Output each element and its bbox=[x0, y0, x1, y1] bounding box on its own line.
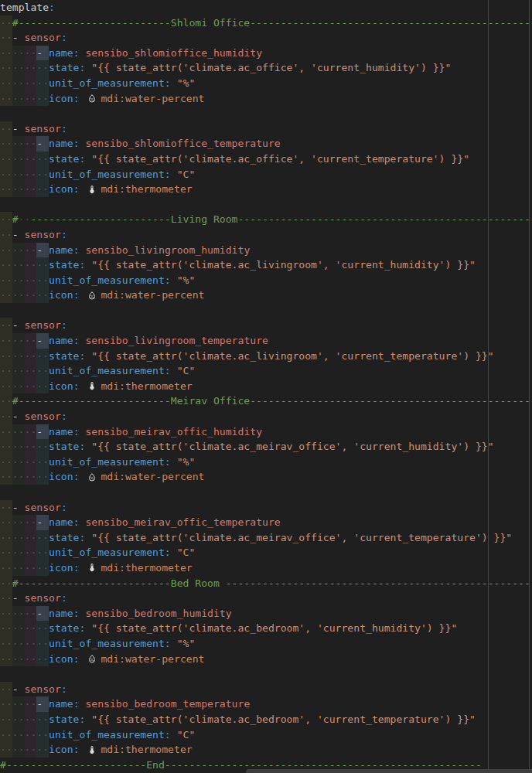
token-colon: : bbox=[73, 138, 80, 149]
token-colon: : bbox=[73, 380, 80, 392]
token-str: "%" bbox=[177, 274, 196, 286]
token-ws: ·· bbox=[0, 17, 12, 29]
token-key: icon bbox=[49, 653, 73, 665]
code-line[interactable]: ··#-------------------------Meirav Offic… bbox=[0, 393, 532, 409]
token-ws: ·· bbox=[0, 577, 12, 589]
code-line-text: ········icon: mdi:water-percent bbox=[0, 652, 532, 667]
code-line[interactable]: ··#-------------------------Bed Room ---… bbox=[0, 576, 532, 591]
token-ws: ·· bbox=[0, 229, 12, 240]
code-line[interactable]: ········unit_of_measurement: "C" bbox=[0, 545, 532, 560]
code-line[interactable]: ··- sensor: bbox=[0, 30, 532, 46]
code-line[interactable]: ··#-------------------------Shlomi Offic… bbox=[0, 15, 532, 31]
token-sp bbox=[171, 77, 177, 89]
code-line[interactable] bbox=[0, 666, 532, 682]
token-colon: : bbox=[61, 319, 67, 331]
code-line[interactable]: ········state: "{{ state_attr('climate.a… bbox=[0, 152, 532, 167]
token-key: icon bbox=[49, 562, 73, 574]
token-val: sensibo_livingroom_humidity bbox=[85, 244, 250, 256]
code-line[interactable] bbox=[0, 303, 532, 318]
code-line-text: template: bbox=[0, 0, 532, 15]
code-line[interactable] bbox=[0, 106, 532, 121]
code-line[interactable]: ········icon: mdi:water-percent bbox=[0, 91, 532, 107]
token-ws: ······ bbox=[0, 426, 36, 438]
token-mdi: mdi:thermometer bbox=[101, 380, 192, 392]
token-str: "C" bbox=[177, 365, 196, 376]
code-line[interactable]: ··- sensor: bbox=[0, 682, 532, 697]
code-line[interactable]: ··- sensor: bbox=[0, 591, 532, 606]
token-ws: ········ bbox=[0, 713, 49, 725]
code-line[interactable]: ········icon: mdi:water-percent bbox=[0, 469, 532, 485]
code-line[interactable]: ··- sensor: bbox=[0, 500, 532, 516]
token-sp bbox=[171, 729, 177, 741]
code-line[interactable]: ··- sensor: bbox=[0, 227, 532, 243]
code-line[interactable]: ··- sensor: bbox=[0, 318, 532, 333]
code-line[interactable]: ········unit_of_measurement: "%" bbox=[0, 76, 532, 91]
code-line[interactable]: ········state: "{{ state_attr('climate.a… bbox=[0, 60, 532, 76]
code-line[interactable]: ··- sensor: bbox=[0, 409, 532, 424]
code-line[interactable]: ········state: "{{ state_attr('climate.a… bbox=[0, 530, 532, 546]
code-line[interactable]: ········unit_of_measurement: "C" bbox=[0, 727, 532, 743]
token-colon: : bbox=[165, 638, 171, 649]
token-str: "{{ state_attr('climate.ac_meirav_office… bbox=[91, 441, 493, 452]
code-line[interactable]: ········unit_of_measurement: "C" bbox=[0, 363, 532, 379]
code-line[interactable]: ········icon: mdi:thermometer bbox=[0, 182, 532, 197]
code-line[interactable]: ··#··-----------------------Living Room-… bbox=[0, 212, 532, 227]
code-line[interactable]: ········state: "{{ state_attr('climate.a… bbox=[0, 712, 532, 727]
code-line[interactable]: ······- name: sensibo_shlomioffice_humid… bbox=[0, 46, 532, 61]
code-line[interactable] bbox=[0, 197, 532, 213]
token-key: name bbox=[49, 698, 73, 710]
token-ws: ·· bbox=[0, 213, 12, 225]
token-dash: - bbox=[12, 32, 25, 43]
code-line[interactable]: ········state: "{{ state_attr('climate.a… bbox=[0, 349, 532, 364]
code-line[interactable]: ······- name: sensibo_bedroom_temperatur… bbox=[0, 696, 532, 712]
token-colon: : bbox=[165, 77, 171, 89]
token-ws: ······ bbox=[0, 138, 36, 149]
token-key: name bbox=[49, 608, 73, 619]
code-line-text: ··- sensor: bbox=[0, 121, 532, 137]
code-line[interactable]: ······- name: sensibo_shlomioffice_tempe… bbox=[0, 136, 532, 152]
code-line[interactable] bbox=[0, 485, 532, 500]
token-dash: - bbox=[12, 592, 25, 604]
token-prop: sensor bbox=[25, 410, 61, 422]
code-line[interactable]: ········unit_of_measurement: "%" bbox=[0, 455, 532, 470]
token-key: icon bbox=[49, 183, 73, 195]
code-line-text: ········icon: mdi:water-percent bbox=[0, 91, 532, 107]
code-line[interactable]: ········unit_of_measurement: "%" bbox=[0, 273, 532, 288]
code-line[interactable]: ··- sensor: bbox=[0, 121, 532, 137]
token-key: icon bbox=[49, 289, 73, 301]
code-line[interactable]: ········unit_of_measurement: "%" bbox=[0, 636, 532, 652]
code-line[interactable]: ······- name: sensibo_meirav_offic_tempe… bbox=[0, 515, 532, 530]
code-line[interactable]: ········icon: mdi:thermometer bbox=[0, 560, 532, 576]
code-line[interactable]: ········state: "{{ state_attr('climate.a… bbox=[0, 621, 532, 636]
token-key: icon bbox=[49, 744, 73, 755]
token-ws: ······ bbox=[0, 335, 36, 346]
token-ws: ········ bbox=[0, 259, 49, 271]
token-mdi: mdi:water-percent bbox=[101, 93, 204, 104]
token-ws: ······ bbox=[0, 608, 36, 619]
token-str: "%" bbox=[177, 638, 196, 649]
code-line[interactable]: ······- name: sensibo_livingroom_tempera… bbox=[0, 333, 532, 349]
code-line[interactable]: ········unit_of_measurement: "C" bbox=[0, 167, 532, 182]
code-line[interactable]: ········icon: mdi:water-percent bbox=[0, 288, 532, 303]
horizontal-scrollbar-thumb[interactable] bbox=[246, 769, 532, 773]
token-dashblk: - bbox=[36, 47, 49, 59]
token-str: "%" bbox=[177, 456, 196, 468]
code-line[interactable]: ········icon: mdi:water-percent bbox=[0, 652, 532, 667]
code-line[interactable]: ········icon: mdi:thermometer bbox=[0, 379, 532, 394]
code-line[interactable]: ······- name: sensibo_livingroom_humidit… bbox=[0, 243, 532, 258]
token-key: name bbox=[49, 244, 73, 256]
token-colon: : bbox=[73, 426, 80, 438]
token-sp bbox=[80, 380, 86, 392]
token-colon: : bbox=[73, 744, 80, 755]
token-str: "C" bbox=[177, 169, 196, 180]
token-mdi: mdi:water-percent bbox=[101, 653, 204, 665]
code-line[interactable]: ········state: "{{ state_attr('climate.a… bbox=[0, 439, 532, 455]
code-line[interactable]: ······- name: sensibo_bedroom_humidity bbox=[0, 606, 532, 621]
code-editor: template:··#-------------------------Shl… bbox=[0, 0, 532, 773]
token-str: "{{ state_attr('climate.ac_livingroom', … bbox=[91, 259, 476, 271]
code-line[interactable]: template: bbox=[0, 0, 532, 15]
code-line[interactable]: ······- name: sensibo_meirav_offic_humid… bbox=[0, 424, 532, 440]
code-line-text: ········unit_of_measurement: "C" bbox=[0, 167, 532, 182]
code-line[interactable]: ········state: "{{ state_attr('climate.a… bbox=[0, 257, 532, 273]
code-line[interactable]: ········icon: mdi:thermometer bbox=[0, 742, 532, 758]
